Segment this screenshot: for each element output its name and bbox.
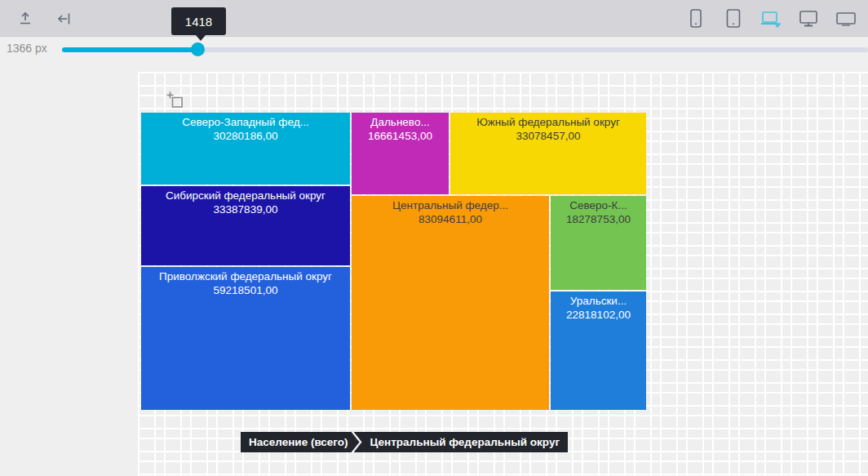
upload-icon [16,10,34,28]
width-slider-row: 1366 px [0,37,868,61]
tile-label: Сибирский федеральный округ [141,189,350,202]
desktop-monitor-icon [798,8,819,29]
tile-label: Северо-Западный фед... [141,115,350,129]
slider-min-label: 1366 px [7,42,47,55]
toolbar-left-group [15,0,75,37]
collapse-left-button[interactable] [54,8,75,29]
tile-value: 16661453,00 [352,129,449,143]
device-desktop-button[interactable] [798,8,819,29]
tile-label: Южный федеральный округ [450,115,646,129]
device-laptop-button-selected[interactable] [760,8,782,29]
slider-value-tooltip: 1418 [171,7,226,35]
device-phone-button[interactable] [685,8,706,29]
treemap-tile[interactable]: Приволжский федеральный округ 59218501,0… [141,267,350,410]
phone-icon [686,8,706,29]
tile-value: 30280186,00 [141,129,350,143]
breadcrumb-item-current[interactable]: Центральный федеральный округ [354,432,568,452]
width-slider-handle[interactable] [191,42,205,56]
breadcrumb-item-root[interactable]: Население (всего) [241,432,360,452]
treemap-tile[interactable]: Южный федеральный округ 33078457,00 [450,113,646,194]
treemap-tile[interactable]: Уральски... 22818102,00 [551,291,646,410]
tile-value: 22818102,00 [551,308,646,322]
width-slider-fill [62,47,198,52]
upload-button[interactable] [15,8,36,29]
tile-label: Северо-К... [551,198,646,212]
tile-value: 83094611,00 [352,212,549,226]
treemap-drilldown-breadcrumb: Население (всего) Центральный федеральны… [241,432,568,452]
breadcrumb-label: Центральный федеральный округ [370,436,560,448]
device-preview-group [685,0,857,37]
tile-value: 33387839,00 [141,202,350,216]
laptop-check-icon [760,8,782,29]
treemap-tile[interactable]: Северо-Западный фед... 30280186,00 [141,113,350,185]
tv-icon [835,8,857,29]
tile-label: Дальнево... [352,115,449,129]
tile-value: 18278753,00 [551,212,646,226]
treemap-tile[interactable]: Сибирский федеральный округ 33387839,00 [141,186,350,265]
tile-label: Уральски... [551,294,646,308]
slider-value-text: 1418 [185,15,212,29]
tile-label: Приволжский федеральный округ [141,269,350,283]
dashboard-designer-window: 1418 1366 px Северо-Западный фед... 3028… [0,0,868,476]
collapse-left-icon [55,10,73,28]
device-tablet-button[interactable] [723,8,744,29]
device-tv-button[interactable] [835,8,857,29]
tile-label: Центральный федер... [352,198,549,212]
treemap-chart[interactable]: Северо-Западный фед... 30280186,00 Дальн… [0,61,868,476]
width-slider-track[interactable] [62,47,868,52]
treemap-tile[interactable]: Центральный федер... 83094611,00 [352,196,549,410]
tile-value: 33078457,00 [450,129,646,143]
design-canvas: Северо-Западный фед... 30280186,00 Дальн… [0,61,868,476]
treemap-tile[interactable]: Дальнево... 16661453,00 [352,113,449,194]
treemap-tile[interactable]: Северо-К... 18278753,00 [551,196,646,290]
top-toolbar [0,0,868,37]
tile-value: 59218501,00 [141,283,350,297]
tablet-icon [724,8,743,29]
breadcrumb-label: Население (всего) [249,436,348,448]
